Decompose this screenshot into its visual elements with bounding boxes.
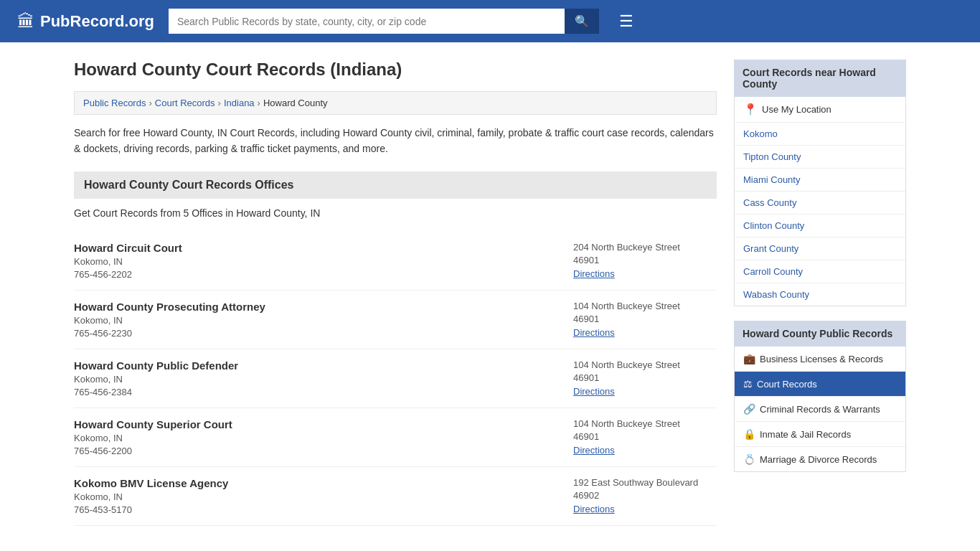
sidebar-item-label: Criminal Records & Warrants bbox=[760, 404, 880, 415]
offices-count: Get Court Records from 5 Offices in Howa… bbox=[74, 207, 717, 219]
office-phone[interactable]: 765-456-2384 bbox=[74, 387, 238, 397]
nearby-item[interactable]: 📍Use My Location bbox=[735, 97, 905, 123]
office-zip: 46901 bbox=[573, 255, 717, 265]
page-title: Howard County Court Records (Indiana) bbox=[74, 60, 717, 80]
office-right-4: 192 East Southway Boulevard 46902 Direct… bbox=[573, 477, 717, 515]
sidebar-record-item[interactable]: 💍Marriage & Divorce Records bbox=[735, 447, 905, 471]
office-left-1: Howard County Prosecuting Attorney Kokom… bbox=[74, 301, 265, 339]
office-left-2: Howard County Public Defender Kokomo, IN… bbox=[74, 359, 238, 397]
breadcrumb: Public Records › Court Records › Indiana… bbox=[74, 91, 717, 115]
office-phone[interactable]: 765-453-5170 bbox=[74, 504, 228, 515]
search-button[interactable]: 🔍 bbox=[565, 9, 599, 34]
header: 🏛 PubRecord.org 🔍 ☰ bbox=[0, 0, 980, 42]
nearby-item-label: Clinton County bbox=[743, 220, 804, 231]
office-left-3: Howard County Superior Court Kokomo, IN … bbox=[74, 418, 232, 456]
nearby-header: Court Records near Howard County bbox=[734, 60, 906, 97]
search-area: 🔍 bbox=[169, 9, 599, 34]
sidebar-item-icon: 💼 bbox=[743, 353, 755, 364]
office-zip: 46901 bbox=[573, 372, 717, 383]
directions-link[interactable]: Directions bbox=[573, 445, 615, 456]
sidebar-record-item[interactable]: 🔒Inmate & Jail Records bbox=[735, 422, 905, 447]
office-entry: Howard County Prosecuting Attorney Kokom… bbox=[74, 291, 717, 349]
nearby-item[interactable]: Carroll County bbox=[735, 260, 905, 283]
sidebar-item-label: Business Licenses & Records bbox=[760, 354, 883, 364]
directions-link[interactable]: Directions bbox=[573, 327, 615, 338]
sidebar-item-icon: 💍 bbox=[743, 453, 755, 465]
office-phone[interactable]: 765-456-2230 bbox=[74, 328, 265, 339]
office-entry: Kokomo BMV License Agency Kokomo, IN 765… bbox=[74, 467, 717, 526]
nearby-item-label: Use My Location bbox=[762, 104, 831, 115]
nearby-item-label: Wabash County bbox=[743, 289, 809, 300]
office-city: Kokomo, IN bbox=[74, 374, 238, 385]
office-zip: 46902 bbox=[573, 490, 717, 501]
office-right-3: 104 North Buckeye Street 46901 Direction… bbox=[573, 418, 717, 456]
office-right-2: 104 North Buckeye Street 46901 Direction… bbox=[573, 359, 717, 397]
sidebar-record-item[interactable]: 🔗Criminal Records & Warrants bbox=[735, 397, 905, 422]
office-entry: Howard County Superior Court Kokomo, IN … bbox=[74, 408, 717, 467]
breadcrumb-indiana[interactable]: Indiana bbox=[224, 98, 255, 108]
sidebar-record-item[interactable]: 💼Business Licenses & Records bbox=[735, 347, 905, 372]
logo[interactable]: 🏛 PubRecord.org bbox=[17, 11, 154, 32]
content-area: Howard County Court Records (Indiana) Pu… bbox=[74, 60, 717, 526]
office-address: 192 East Southway Boulevard bbox=[573, 477, 717, 488]
office-address: 104 North Buckeye Street bbox=[573, 301, 717, 311]
breadcrumb-sep-3: › bbox=[258, 98, 260, 108]
office-city: Kokomo, IN bbox=[74, 491, 228, 502]
office-phone[interactable]: 765-456-2200 bbox=[74, 446, 232, 456]
directions-link[interactable]: Directions bbox=[573, 386, 615, 397]
sidebar-item-label: Marriage & Divorce Records bbox=[760, 454, 877, 465]
office-name: Kokomo BMV License Agency bbox=[74, 477, 228, 489]
office-city: Kokomo, IN bbox=[74, 433, 232, 443]
directions-link[interactable]: Directions bbox=[573, 268, 615, 279]
office-right-0: 204 North Buckeye Street 46901 Direction… bbox=[573, 242, 717, 280]
office-entry: Howard County Public Defender Kokomo, IN… bbox=[74, 349, 717, 408]
public-records-list: 💼Business Licenses & Records⚖Court Recor… bbox=[734, 347, 906, 472]
nearby-item[interactable]: Miami County bbox=[735, 169, 905, 192]
sidebar-item-icon: 🔒 bbox=[743, 428, 755, 440]
nearby-list: 📍Use My LocationKokomoTipton CountyMiami… bbox=[734, 97, 906, 306]
nearby-item[interactable]: Clinton County bbox=[735, 215, 905, 237]
directions-link[interactable]: Directions bbox=[573, 504, 615, 514]
sidebar: Court Records near Howard County 📍Use My… bbox=[734, 60, 906, 526]
office-zip: 46901 bbox=[573, 314, 717, 324]
breadcrumb-public-records[interactable]: Public Records bbox=[83, 98, 146, 108]
nearby-item[interactable]: Grant County bbox=[735, 237, 905, 260]
office-entry: Howard Circuit Court Kokomo, IN 765-456-… bbox=[74, 232, 717, 291]
office-zip: 46901 bbox=[573, 431, 717, 442]
nearby-item-label: Tipton County bbox=[743, 151, 801, 162]
breadcrumb-sep-1: › bbox=[149, 98, 151, 108]
nearby-item-label: Kokomo bbox=[743, 128, 778, 139]
nearby-item-label: Grant County bbox=[743, 243, 798, 254]
office-address: 204 North Buckeye Street bbox=[573, 242, 717, 253]
sidebar-item-label: Inmate & Jail Records bbox=[760, 429, 851, 440]
search-input[interactable] bbox=[169, 9, 565, 34]
office-city: Kokomo, IN bbox=[74, 256, 182, 267]
nearby-item[interactable]: Wabash County bbox=[735, 283, 905, 306]
description-text: Search for free Howard County, IN Court … bbox=[74, 125, 717, 157]
sidebar-item-icon: 🔗 bbox=[743, 403, 755, 415]
office-phone[interactable]: 765-456-2202 bbox=[74, 269, 182, 280]
office-name: Howard County Prosecuting Attorney bbox=[74, 301, 265, 313]
office-left-0: Howard Circuit Court Kokomo, IN 765-456-… bbox=[74, 242, 182, 280]
office-city: Kokomo, IN bbox=[74, 315, 265, 326]
nearby-item[interactable]: Kokomo bbox=[735, 123, 905, 146]
nearby-item[interactable]: Cass County bbox=[735, 192, 905, 215]
nearby-item[interactable]: Tipton County bbox=[735, 146, 905, 169]
sidebar-record-item[interactable]: ⚖Court Records bbox=[735, 372, 905, 397]
office-address: 104 North Buckeye Street bbox=[573, 418, 717, 429]
menu-button[interactable]: ☰ bbox=[619, 12, 633, 31]
logo-text: PubRecord.org bbox=[40, 12, 154, 31]
office-address: 104 North Buckeye Street bbox=[573, 359, 717, 370]
offices-list: Howard Circuit Court Kokomo, IN 765-456-… bbox=[74, 232, 717, 526]
public-records-header: Howard County Public Records bbox=[734, 321, 906, 347]
nearby-item-label: Cass County bbox=[743, 197, 796, 208]
breadcrumb-court-records[interactable]: Court Records bbox=[155, 98, 215, 108]
office-left-4: Kokomo BMV License Agency Kokomo, IN 765… bbox=[74, 477, 228, 515]
breadcrumb-sep-2: › bbox=[218, 98, 221, 108]
office-right-1: 104 North Buckeye Street 46901 Direction… bbox=[573, 301, 717, 339]
nearby-item-label: Miami County bbox=[743, 174, 800, 185]
office-name: Howard County Superior Court bbox=[74, 418, 232, 430]
logo-icon: 🏛 bbox=[17, 11, 34, 32]
breadcrumb-current: Howard County bbox=[263, 98, 328, 108]
main-container: Howard County Court Records (Indiana) Pu… bbox=[60, 42, 920, 543]
